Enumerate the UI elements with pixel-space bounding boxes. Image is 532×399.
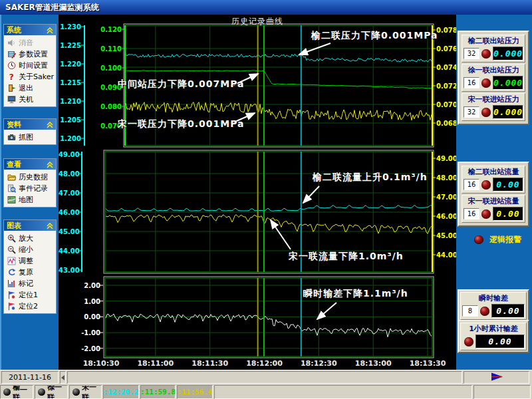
- panel-header[interactable]: 查看: [4, 159, 56, 170]
- panel-title: 系统: [7, 25, 21, 35]
- sidebar-item-camera[interactable]: 抓图: [4, 132, 56, 143]
- sidebar-item-locate2[interactable]: 定位2: [4, 301, 56, 312]
- scroll-back-button[interactable]: [60, 371, 66, 384]
- adjust-icon: [7, 257, 16, 265]
- forward-button[interactable]: [464, 371, 529, 384]
- sidebar-item-label: 关于Saker: [19, 72, 54, 82]
- channel-number: 16: [464, 77, 479, 88]
- logic-alarm: 逻辑报警: [472, 234, 521, 245]
- channel-number: 16: [464, 208, 479, 219]
- sidebar-item-zoom-in[interactable]: 放大: [4, 233, 56, 244]
- zoom-out-icon: [7, 245, 16, 254]
- sidebar-item-event-log[interactable]: 事件记录: [4, 183, 56, 194]
- sidebar-item-zoom-out[interactable]: 缩小: [4, 244, 56, 255]
- status-bar: 2011-11-16榆二联徐一联宋一联18:12:20.28218:11:59.…: [0, 370, 532, 399]
- zoom-in-icon: [7, 234, 16, 243]
- status-led-icon: [481, 209, 491, 219]
- sidebar-item-mark[interactable]: 标记: [4, 278, 56, 289]
- status-led-icon: [481, 78, 491, 88]
- sidebar-item-label: 定位1: [19, 290, 38, 300]
- collapse-chevron-icon[interactable]: [47, 219, 53, 232]
- display-row: 80.00: [462, 304, 525, 318]
- sidebar-item-clock[interactable]: 时间设置: [4, 60, 56, 71]
- sidebar-item-label: 历史数据: [19, 172, 48, 182]
- sidebar-item-label: 地图: [19, 195, 33, 205]
- sidebar-item-label: 参数设置: [19, 49, 48, 59]
- speaker-mute-icon: [7, 39, 16, 47]
- panel-header[interactable]: 图表: [4, 220, 56, 231]
- display-row: 320.000: [464, 105, 523, 119]
- value-display: 0.00: [491, 304, 525, 318]
- channel-number: 8: [462, 305, 478, 317]
- sidebar-item-adjust[interactable]: 调整: [4, 255, 56, 267]
- sidebar-item-help[interactable]: ?关于Saker: [4, 71, 56, 82]
- station-indicator-2: 宋一联: [69, 385, 102, 399]
- channel-number: 16: [464, 179, 479, 190]
- value-display: 0.000: [493, 76, 523, 90]
- sidebar-item-exit[interactable]: 退出: [4, 82, 56, 94]
- event-log-icon: [7, 184, 16, 193]
- flow-display-0: 榆二联出站流量160.00: [462, 166, 525, 194]
- sidebar-item-shutdown[interactable]: 关机: [4, 94, 56, 105]
- sidebar-panel-2: 查看历史数据事件记录地图: [3, 158, 57, 207]
- display-title: 榆二联出站压力: [464, 37, 523, 45]
- display-title: 宋一联进站压力: [464, 95, 523, 104]
- sidebar-item-restore[interactable]: 复原: [4, 267, 56, 278]
- status-led-icon: [481, 49, 491, 59]
- sidebar-item-params[interactable]: 参数设置: [4, 49, 56, 60]
- help-icon: ?: [7, 72, 16, 81]
- pressure-display-0: 榆二联出站压力320.000: [462, 35, 525, 63]
- panel-body: 历史数据事件记录地图: [4, 170, 56, 207]
- display-title: 榆二联出站流量: [464, 168, 523, 176]
- collapse-chevron-icon[interactable]: [47, 118, 53, 131]
- marker-timestamp-0: 18:12:20.282: [103, 385, 139, 399]
- flow-display-group: 榆二联出站流量160.00宋一联进站流量160.00: [458, 162, 529, 227]
- station-indicator-0: 榆二联: [0, 385, 33, 399]
- sidebar-item-label: 退出: [19, 83, 33, 93]
- display-title: 徐一联出站压力: [464, 66, 523, 74]
- exit-icon: [7, 84, 16, 92]
- diff-display-1: 1小时累计输差0.00: [460, 323, 527, 350]
- forward-arrow-icon: [489, 372, 504, 383]
- sidebar: 系统消音参数设置时间设置?关于Saker退出关机资料抓图查看历史数据事件记录地图…: [0, 15, 59, 370]
- locate1-icon: [7, 291, 16, 299]
- collapse-chevron-icon[interactable]: [47, 24, 53, 37]
- panel-header[interactable]: 系统: [4, 25, 56, 35]
- display-row: 160.00: [464, 178, 523, 192]
- display-title: 1小时累计输差: [462, 325, 525, 333]
- sidebar-item-label: 消音: [19, 38, 33, 48]
- value-display: 0.000: [493, 105, 523, 119]
- history-folder-icon: [7, 173, 16, 182]
- panel-title: 查看: [7, 160, 21, 170]
- station-led-icon: [3, 388, 11, 396]
- diff-display-group-1: 1小时累计输差0.00: [458, 320, 529, 353]
- status-blank-pane-2: [473, 385, 531, 399]
- value-display: 0.00: [493, 207, 523, 221]
- collapse-chevron-icon[interactable]: [47, 158, 53, 171]
- station-label: 宋一联: [82, 385, 101, 399]
- pressure-display-group: 榆二联出站压力320.000徐一联出站压力160.000宋一联进站压力320.0…: [458, 31, 529, 125]
- display-title: 宋一联进站流量: [464, 197, 523, 205]
- value-display: 0.00: [493, 178, 523, 192]
- sidebar-item-label: 放大: [19, 233, 33, 243]
- mark-icon: [7, 279, 16, 288]
- station-led-icon: [38, 388, 45, 396]
- sidebar-item-locate1[interactable]: 定位1: [4, 289, 56, 301]
- display-row: 320.000: [464, 47, 523, 61]
- value-display: 0.000: [493, 47, 523, 61]
- sidebar-item-history-folder[interactable]: 历史数据: [4, 172, 56, 183]
- panel-header[interactable]: 资料: [4, 119, 56, 130]
- map-icon: [7, 196, 16, 204]
- pressure-display-1: 徐一联出站压力160.000: [462, 64, 525, 92]
- sidebar-item-label: 标记: [19, 279, 33, 289]
- display-row: 160.00: [464, 207, 523, 221]
- panel-title: 图表: [7, 221, 21, 231]
- sidebar-item-map[interactable]: 地图: [4, 194, 56, 205]
- sidebar-item-label: 时间设置: [19, 61, 48, 70]
- sidebar-item-speaker-mute[interactable]: 消音: [4, 37, 56, 49]
- panel-body: 放大缩小调整复原标记定位1定位2: [4, 231, 56, 313]
- panel-body: 消音参数设置时间设置?关于Saker退出关机: [4, 35, 56, 106]
- station-label: 榆二联: [13, 385, 33, 399]
- marker-timestamp-2: 18:11:56.401: [177, 385, 213, 399]
- date-pane: 2011-11-16: [1, 371, 59, 384]
